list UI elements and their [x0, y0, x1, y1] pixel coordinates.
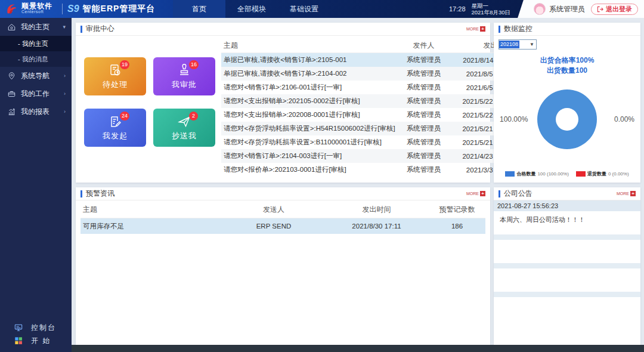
monitor-panel-title: 数据监控 — [504, 24, 532, 34]
chevron-right-icon: › — [64, 73, 66, 79]
donut-chart: 100.00% 0.00% — [499, 81, 636, 158]
donut-ring — [537, 89, 597, 149]
started-by-me-tile[interactable]: 24 我发起 — [84, 109, 146, 147]
start-icon — [14, 336, 23, 345]
cell-subject: 请您对<支出报销单>:202105-0002进行[审核] — [221, 97, 395, 106]
sidebar-subitem-my-home[interactable]: 我的主页 — [0, 36, 72, 51]
cell-sender: 系统管理员 — [395, 165, 453, 174]
panel-accent — [499, 26, 500, 33]
start-button[interactable]: 开 始 — [0, 334, 72, 347]
my-approvals-count-badge: 16 — [189, 60, 199, 69]
table-row[interactable]: 请您对<存货浮动耗损率设置>:B11000001进行[审核] 系统管理员 202… — [221, 135, 515, 149]
alerts-panel: 预警资讯 MORE + 主题 发送人 发出时间 预警记录数 可用库存不足 ERP… — [76, 187, 490, 345]
briefcase-icon — [7, 89, 16, 98]
cell-sender: 系统管理员 — [395, 138, 453, 147]
period-select[interactable]: 202108 ▼ — [499, 39, 537, 50]
started-count-badge: 24 — [120, 112, 129, 121]
col-subject: 主题 — [221, 41, 395, 51]
cell-sender: 系统管理员 — [395, 97, 453, 106]
table-row[interactable]: 请您对<存货浮动耗损率设置>:H54R15006002进行[审核] 系统管理员 … — [221, 122, 515, 135]
tab-all-modules[interactable]: 全部模块 — [225, 0, 278, 18]
cell-subject: 请您对<存货浮动耗损率设置>:B11000001进行[审核] — [221, 138, 395, 147]
table-row[interactable]: 单据已审核,请接收<销售订单>:2104-002 系统管理员 2021/8/5 … — [221, 67, 515, 81]
period-value: 202108 — [499, 41, 519, 48]
legend-swatch-blue — [505, 171, 515, 177]
current-time: 17:28 — [449, 5, 466, 13]
table-row[interactable]: 请您对<销售订单>:2106-001进行[一审] 系统管理员 2021/6/5 … — [221, 81, 515, 94]
topbar: 顺景软件 Centersoft S9 智能ERP管理平台 首页 全部模块 基础设… — [0, 0, 644, 18]
console-button[interactable]: 控制台 — [0, 321, 72, 334]
logout-icon — [597, 6, 603, 13]
cc-to-me-tile[interactable]: 2 抄送我 — [153, 109, 215, 147]
cc-count-badge: 2 — [189, 112, 198, 121]
alerts-table-header: 主题 发送人 发出时间 预警记录数 — [80, 202, 485, 218]
legend-returned: 退货数量 0 (0.00%) — [576, 171, 629, 177]
tile-label: 抄送我 — [172, 131, 197, 141]
logout-label: 退出登录 — [606, 5, 632, 14]
tab-home[interactable]: 首页 — [173, 0, 225, 18]
current-date: 2021年8月30日 — [472, 9, 510, 16]
pass-rate-stat: 出货合格率100% — [499, 55, 636, 66]
legend-qualified: 合格数量 100 (100.00%) — [505, 171, 568, 177]
table-row[interactable]: 可用库存不足 ERP SEND 2021/8/30 17:11 186 — [80, 218, 485, 234]
more-plus-icon: + — [480, 26, 485, 32]
col-sender: 发送人 — [223, 205, 324, 215]
report-icon — [7, 107, 16, 116]
col-sender: 发件人 — [395, 41, 453, 51]
more-plus-icon: + — [630, 191, 636, 196]
announcements-more-button[interactable]: MORE + — [617, 191, 636, 196]
sidebar-item-my-work[interactable]: 我的工作 › — [0, 85, 72, 103]
sidebar-item-my-reports[interactable]: 我的报表 › — [0, 103, 72, 121]
sidebar-subitem-my-messages[interactable]: 我的消息 — [0, 51, 72, 67]
bottom-taskbar-strip — [72, 345, 644, 352]
weekday: 星期一 — [472, 2, 489, 9]
alerts-table: 主题 发送人 发出时间 预警记录数 可用库存不足 ERP SEND 2021/8… — [76, 200, 490, 235]
table-row[interactable]: 请您对<销售订单>:2104-003进行[一审] 系统管理员 2021/4/23… — [221, 149, 515, 163]
announcements-panel-title: 公司公告 — [504, 189, 532, 199]
chevron-right-icon: › — [64, 109, 66, 115]
cell-sender: 系统管理员 — [395, 110, 453, 119]
navigation-icon — [7, 72, 16, 81]
cell-alert-count: 186 — [429, 223, 485, 230]
sidebar-item-system-nav[interactable]: 系统导航 › — [0, 67, 72, 85]
shipment-qty-stat: 出货数量100 — [499, 66, 636, 76]
console-icon — [14, 323, 23, 332]
table-row[interactable]: 请您对<支出报销单>:202105-0002进行[审核] 系统管理员 2021/… — [221, 94, 515, 108]
cell-subject: 请您对<报价单>:202103-0001进行[审核] — [221, 165, 395, 174]
logout-button[interactable]: 退出登录 — [591, 4, 638, 15]
cell-subject: 请您对<存货浮动耗损率设置>:H54R15006002进行[审核] — [221, 124, 395, 133]
sidebar: 我的主页 ▾ 我的主页 我的消息 系统导航 › 我的工作 › 我的报表 › 控制… — [0, 18, 72, 352]
sidebar-item-label: 我的工作 — [21, 89, 49, 99]
home-icon — [7, 23, 16, 32]
table-row[interactable]: 请您对<支出报销单>:202008-0001进行[审核] 系统管理员 2021/… — [221, 108, 515, 122]
approval-more-button[interactable]: MORE + — [466, 26, 485, 32]
cell-subject: 单据已审核,请接收<销售订单>:2105-001 — [221, 55, 395, 64]
user-avatar[interactable] — [534, 3, 546, 15]
cell-time: 2021/8/30 17:11 — [324, 223, 429, 230]
col-alert-count: 预警记录数 — [429, 205, 485, 215]
panel-accent — [80, 190, 82, 197]
cell-subject: 请您对<销售订单>:2106-001进行[一审] — [221, 83, 395, 92]
approval-panel-title: 审批中心 — [86, 24, 114, 34]
my-approvals-tile[interactable]: 16 我审批 — [153, 57, 215, 95]
sidebar-submenu: 我的主页 我的消息 — [0, 36, 72, 67]
sidebar-item-my-home[interactable]: 我的主页 ▾ — [0, 18, 72, 36]
console-label: 控制台 — [31, 323, 56, 333]
centersoft-logo-icon — [5, 2, 19, 16]
tile-label: 我发起 — [103, 131, 128, 141]
table-row[interactable]: 请您对<报价单>:202103-0001进行[审核] 系统管理员 2021/3/… — [221, 163, 515, 177]
announcement-content[interactable]: 本周六、周日公司活动！！！ — [494, 211, 640, 230]
alerts-panel-title: 预警资讯 — [86, 189, 114, 199]
cell-sender: 系统管理员 — [395, 124, 453, 133]
s9-logo: S9 — [67, 4, 79, 14]
sidebar-item-label: 我的主页 — [21, 22, 49, 32]
cell-sender: 系统管理员 — [395, 83, 453, 92]
tab-basic-settings[interactable]: 基础设置 — [278, 0, 330, 18]
table-row[interactable]: 单据已审核,请接收<销售订单>:2105-001 系统管理员 2021/8/14… — [221, 53, 515, 67]
pending-tile[interactable]: 19 待处理 — [84, 57, 146, 95]
cell-sender: ERP SEND — [223, 223, 324, 230]
clock-area: 17:28 星期一 2021年8月30日 — [449, 0, 526, 18]
start-label: 开 始 — [31, 336, 51, 346]
cell-subject: 请您对<销售订单>:2104-003进行[一审] — [221, 152, 395, 160]
alerts-more-button[interactable]: MORE + — [466, 191, 485, 196]
